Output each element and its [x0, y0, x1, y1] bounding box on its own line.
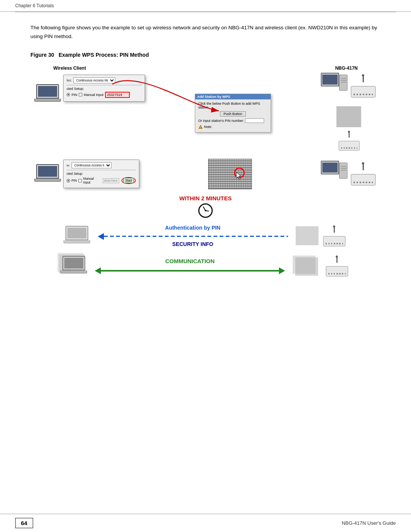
- dialog1-manual-checkbox: [79, 93, 82, 96]
- laptop-4: [61, 256, 87, 276]
- note-label: Note:: [204, 125, 212, 129]
- laptop-icon-2: [34, 164, 61, 184]
- grey-shadow-group: [293, 256, 321, 276]
- desktop-icon-2: [321, 161, 347, 187]
- router-body-1: [351, 86, 376, 97]
- dialog3-pin-input: 25327519: [103, 178, 119, 183]
- router-body-auth: [323, 236, 345, 246]
- dialog1-pin-label: PIN: [72, 93, 77, 97]
- router-body-2: [338, 141, 359, 151]
- dialog3-manual-label: Manual Input: [83, 177, 101, 184]
- main-content: The following figure shows you the examp…: [0, 12, 411, 307]
- figure-caption: Example WPS Process: PIN Method: [59, 52, 149, 58]
- desktop-monitor-1: [321, 73, 339, 86]
- auth-right-cluster: [296, 225, 348, 246]
- laptop-icon-1: [34, 84, 61, 104]
- nbg-label: NBG-417N: [335, 66, 358, 71]
- laptop-3-greyed: [64, 226, 90, 246]
- push-button[interactable]: Push Button: [220, 111, 245, 117]
- figure-number: Figure 30: [30, 52, 54, 58]
- laptop-4-group: [61, 256, 87, 276]
- dialog1-manual-label: Manual Input: [84, 93, 104, 97]
- comm-right-cluster: [293, 256, 350, 276]
- svg-text:!: !: [200, 126, 201, 129]
- note-icon: !: [198, 125, 203, 129]
- pattern-overlay: [209, 159, 252, 189]
- laptop-base-4: [61, 270, 87, 273]
- page-footer: 64 NBG-417N User's Guide: [0, 514, 411, 532]
- svg-marker-3: [236, 172, 241, 180]
- laptop-1: [34, 84, 61, 104]
- clock-center: [205, 210, 206, 211]
- router-icon-row2: [349, 163, 377, 184]
- router-antenna-1: [363, 75, 364, 82]
- router-antenna-auth: [333, 227, 335, 233]
- grey-placeholder-1: [336, 106, 361, 127]
- laptop-base-1: [34, 99, 61, 102]
- shadow-sq-b: [295, 257, 318, 276]
- wps-note: ! Note:: [198, 125, 268, 129]
- footer-guide-title: NBG-417N User's Guide: [342, 520, 396, 526]
- start-button[interactable]: Start: [123, 178, 134, 183]
- wps-pin-input[interactable]: [245, 118, 264, 123]
- row2-left: In: Continuous Access Mode cted Setup: P…: [34, 160, 139, 188]
- communication-text: COMMUNICATION: [165, 258, 215, 264]
- router-2-small: [335, 130, 363, 151]
- dialog1-section-label: cted Setup:: [67, 87, 84, 91]
- laptop-screen-3: [65, 226, 88, 240]
- dialog3-in-label: In:: [67, 164, 70, 167]
- curved-arrow-svg: [108, 77, 223, 122]
- router-antenna-row2: [363, 163, 364, 170]
- laptop-base-3: [64, 240, 90, 243]
- wireless-client-label: Wireless Client: [53, 66, 86, 71]
- desktop-monitor-2: [321, 161, 339, 174]
- auth-pin-text: Authentication by PIN: [165, 225, 220, 231]
- auth-pin-row: Authentication by PIN SECURITY INFO: [34, 225, 377, 247]
- row2: In: Continuous Access Mode cted Setup: P…: [34, 159, 377, 189]
- green-arrow: [95, 267, 285, 274]
- dialog3-mode-select[interactable]: Continuous Access Mode: [72, 162, 112, 168]
- router-icon-1: [349, 75, 377, 96]
- auth-arrow-group: Authentication by PIN SECURITY INFO: [98, 225, 288, 247]
- laptop-screen-inner-3: [67, 228, 86, 238]
- laptop-screen-1: [36, 84, 59, 99]
- communication-row: COMMUNICATION: [34, 256, 377, 276]
- dialog3-pin-radio: [67, 179, 70, 182]
- dialog-3: In: Continuous Access Mode cted Setup: P…: [63, 160, 139, 188]
- desktop-monitor-inner-1: [322, 75, 338, 85]
- cursor-icon: [236, 171, 243, 180]
- security-info-text: SECURITY INFO: [172, 241, 213, 247]
- grey-square-auth: [296, 226, 319, 245]
- router-body-row2: [351, 174, 376, 185]
- row2-right: [321, 161, 377, 187]
- chapter-label: Chapter 6 Tutorials: [15, 3, 54, 8]
- within-minutes-text: WITHIN 2 MINUTES: [34, 195, 377, 201]
- green-arrow-line: [101, 270, 279, 272]
- laptop-icon-3: [64, 226, 90, 246]
- blue-dashed-arrow: [98, 233, 288, 240]
- router-icon-2: [337, 132, 360, 150]
- page-number: 64: [15, 518, 33, 528]
- dashed-line-blue: [104, 236, 288, 237]
- laptop-2: [34, 164, 61, 184]
- clock-icon: [198, 203, 213, 218]
- desktop-icon-1: [321, 73, 347, 99]
- pattern-block: [208, 159, 252, 189]
- router-antenna-2: [348, 132, 349, 137]
- router-row2: [349, 163, 377, 184]
- router-comm: [323, 256, 350, 276]
- dialog3-section-label: cted Setup:: [67, 172, 83, 176]
- start-highlight: Start: [121, 177, 136, 184]
- router-body-comm: [326, 266, 348, 276]
- router-1: [349, 75, 377, 96]
- pixel-box-container: [208, 159, 252, 189]
- laptop-base-2: [34, 179, 61, 182]
- laptop-screen-4: [62, 256, 85, 270]
- desktop-tower-2: [339, 163, 347, 179]
- arrow-head-right-green: [279, 267, 285, 274]
- diagram-labels-row: Wireless Client NBG-417N: [34, 66, 377, 71]
- desktop-tower-1: [339, 75, 347, 91]
- router-icon-auth: [322, 227, 346, 246]
- communication-arrow-group: COMMUNICATION: [95, 258, 285, 274]
- intro-paragraph: The following figure shows you the examp…: [30, 24, 381, 41]
